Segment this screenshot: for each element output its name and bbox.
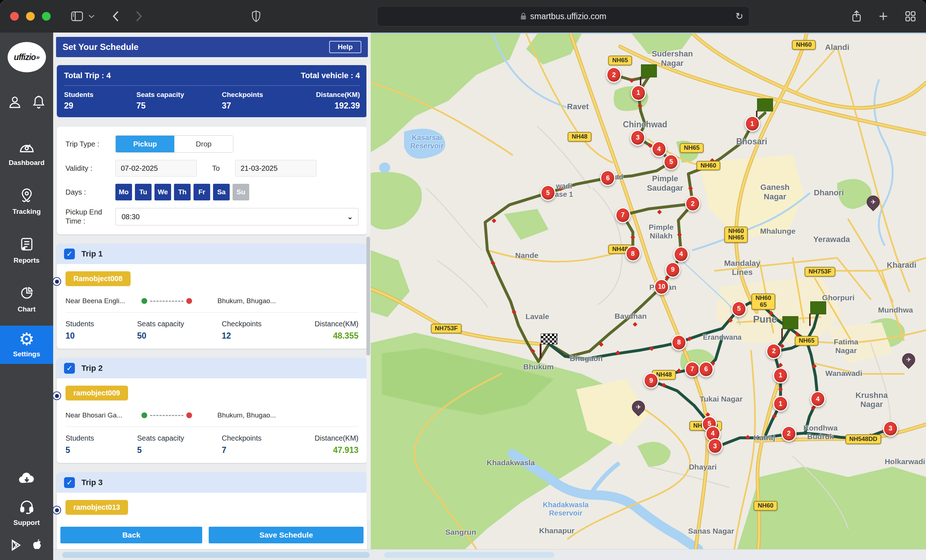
stop-marker[interactable]: 1 (773, 396, 788, 412)
trip-seats: Seats capacity50 (137, 320, 222, 341)
sidebar-item-dashboard[interactable]: Dashboard (0, 134, 53, 173)
trip-1-radio[interactable] (53, 277, 61, 286)
airport-pin-icon: ✈ (900, 351, 918, 369)
app-sidebar: uffizio» Dashboard Tracking Repo (0, 33, 53, 560)
chevron-down-icon[interactable] (88, 14, 95, 18)
cloud-download-icon[interactable] (17, 471, 36, 487)
map-place-label: Krushna Nagar (855, 390, 888, 409)
stop-marker[interactable]: 2 (781, 426, 796, 442)
sidebar-item-tracking[interactable]: Tracking (0, 182, 53, 221)
stop-marker[interactable]: 2 (766, 343, 781, 359)
apple-icon[interactable] (31, 538, 44, 554)
validity-to-field[interactable] (235, 160, 316, 177)
stop-marker[interactable]: 3 (883, 421, 898, 437)
route-start: Near Beena Engli... (65, 297, 141, 305)
trip-3-radio[interactable] (53, 506, 61, 515)
map-place-label: Kharadi (887, 260, 916, 269)
new-tab-icon[interactable] (878, 11, 888, 21)
stop-marker[interactable]: 4 (651, 141, 667, 157)
minimize-window-button[interactable] (26, 12, 35, 21)
stop-marker[interactable]: 3 (630, 130, 645, 146)
sidebar-item-support[interactable]: Support (0, 499, 53, 533)
sidebar-item-reports[interactable]: Reports (0, 231, 53, 270)
stop-marker[interactable]: 1 (773, 368, 788, 383)
trip-3-header[interactable]: ✓ Trip 3 (57, 472, 367, 493)
address-bar[interactable]: smartbus.uffizio.com ↻ (377, 6, 749, 26)
stop-marker[interactable]: 6 (699, 362, 714, 377)
horizontal-scrollbar[interactable] (53, 549, 926, 560)
day-chip-tu[interactable]: Tu (135, 184, 151, 200)
google-play-icon[interactable] (10, 539, 23, 553)
reload-icon[interactable]: ↻ (735, 11, 743, 22)
scrollbar-thumb[interactable] (62, 552, 370, 558)
stop-marker[interactable]: 9 (665, 262, 680, 278)
tab-overview-icon[interactable] (905, 11, 916, 22)
user-icon[interactable] (8, 95, 22, 111)
day-chip-fr[interactable]: Fr (194, 184, 210, 200)
drop-tab[interactable]: Drop (174, 136, 233, 152)
trip-checkpoints: Checkpoints7 (222, 434, 294, 455)
trip-type-label: Trip Type : (65, 140, 115, 149)
browser-window: smartbus.uffizio.com ↻ uffizio» (0, 0, 926, 560)
forward-button[interactable] (135, 11, 142, 22)
vehicle-badge[interactable]: ramobject013 (65, 500, 128, 515)
road-badge: NH60 NH65 (724, 227, 747, 243)
save-schedule-button[interactable]: Save Schedule (209, 527, 363, 543)
stop-marker[interactable]: 5 (540, 185, 555, 201)
vehicle-badge[interactable]: Ramobject008 (65, 271, 130, 286)
stop-marker[interactable]: 9 (643, 372, 659, 389)
day-chip-we[interactable]: We (154, 184, 171, 200)
stop-marker[interactable]: 4 (673, 246, 689, 262)
stop-marker[interactable]: 2 (685, 196, 700, 212)
map-place-label: Yerawada (813, 235, 850, 244)
stop-marker[interactable]: 5 (663, 154, 679, 170)
pickup-end-time-select[interactable]: 08:30 ⌄ (115, 208, 359, 226)
day-chip-su[interactable]: Su (233, 184, 249, 200)
trip-2-checkbox[interactable]: ✓ (64, 363, 75, 374)
map-place-label: Erandwana (703, 333, 741, 342)
vehicle-badge[interactable]: ramobject009 (65, 386, 128, 401)
stop-marker[interactable]: 8 (625, 246, 641, 262)
back-button[interactable] (112, 11, 120, 22)
sidebar-item-chart[interactable]: Chart (0, 280, 53, 319)
map[interactable]: Sudershan NagarAlandiRavetChinchwadKasar… (371, 33, 926, 549)
pickup-tab[interactable]: Pickup (116, 136, 174, 152)
privacy-shield-icon[interactable] (251, 10, 261, 23)
scrollbar-thumb[interactable] (384, 552, 554, 558)
day-chip-th[interactable]: Th (174, 184, 191, 200)
stop-marker[interactable]: 3 (708, 438, 723, 454)
day-chip-mo[interactable]: Mo (115, 184, 132, 200)
validity-label: Validity : (65, 164, 115, 173)
help-button[interactable]: Help (329, 41, 362, 53)
notifications-bell-icon[interactable] (32, 95, 46, 111)
close-window-button[interactable] (10, 12, 19, 21)
stop-marker[interactable]: 7 (685, 362, 700, 377)
stop-marker[interactable]: 6 (600, 170, 615, 186)
stop-marker[interactable]: 10 (654, 279, 669, 295)
road-badge: NH60 (697, 160, 720, 170)
stop-marker[interactable]: 5 (731, 301, 747, 317)
map-place-label: Kondhwa Budruk (803, 423, 838, 440)
stop-marker[interactable]: 2 (606, 67, 622, 83)
stop-marker[interactable]: 1 (631, 85, 646, 101)
sidebar-item-settings[interactable]: ⚙ Settings (0, 325, 53, 364)
back-button[interactable]: Back (61, 527, 202, 543)
trip-1-header[interactable]: ✓ Trip 1 (57, 244, 367, 264)
trip-3-checkbox[interactable]: ✓ (64, 477, 75, 488)
panel-scrollbar[interactable] (366, 63, 370, 520)
map-place-label: Bhukum (524, 362, 554, 371)
validity-from-field[interactable] (115, 160, 197, 177)
day-chip-sa[interactable]: Sa (213, 184, 230, 200)
sidebar-toggle-icon[interactable] (71, 11, 83, 21)
stop-marker[interactable]: 1 (745, 116, 760, 132)
stop-marker[interactable]: 4 (810, 391, 825, 407)
stop-marker[interactable]: 7 (615, 207, 631, 223)
map-place-label: Khanapur (539, 526, 574, 535)
stop-marker[interactable]: 8 (671, 334, 687, 351)
schedule-form: Trip Type : Pickup Drop Validity : To Da… (57, 127, 367, 235)
share-icon[interactable] (852, 10, 862, 23)
trip-1-checkbox[interactable]: ✓ (64, 248, 75, 259)
trip-2-radio[interactable] (53, 391, 61, 400)
zoom-window-button[interactable] (42, 12, 51, 21)
trip-2-header[interactable]: ✓ Trip 2 (57, 358, 367, 378)
